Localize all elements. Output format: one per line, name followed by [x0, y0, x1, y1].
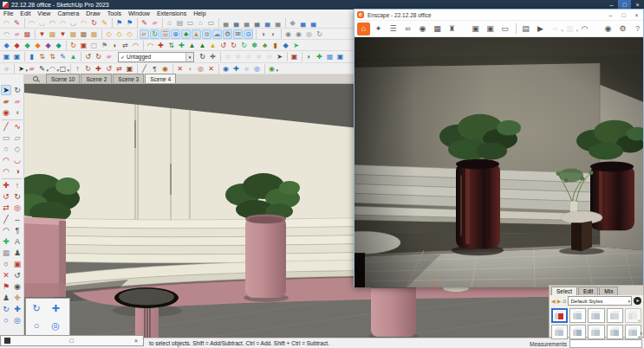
select-icon[interactable]: ➤▾	[16, 64, 26, 74]
teapot-2-icon[interactable]: ◉	[294, 29, 303, 39]
disabled-2-icon[interactable]: ⊗	[233, 52, 243, 61]
forward-arrow-icon[interactable]: ▶	[557, 298, 562, 304]
pink-brush-icon[interactable]: ▰	[12, 29, 22, 39]
styles-tab-mix[interactable]: Mix	[599, 287, 618, 295]
curve-gray-icon[interactable]: ◠	[2, 29, 11, 39]
leaf-green-icon[interactable]: ◗	[304, 52, 314, 61]
bed-model-2-icon[interactable]: ▭	[206, 18, 216, 28]
sofa-3-icon[interactable]: ▄	[242, 18, 251, 28]
cross-out-icon[interactable]: ✕	[206, 64, 216, 74]
undo-icon[interactable]: ↺	[83, 52, 93, 61]
roof-tool-3-icon[interactable]: ◠	[48, 18, 57, 28]
freehand-tool-icon[interactable]: ∿	[12, 121, 23, 132]
arc-icon[interactable]: ◠▾	[48, 64, 57, 74]
cross-red-icon[interactable]: ✚	[156, 41, 166, 50]
zoom-window-tool-icon[interactable]: ▣	[12, 259, 23, 269]
two-point-arc-tool-icon[interactable]: ◡	[12, 155, 23, 165]
axes-star-icon[interactable]: ✚	[315, 52, 324, 61]
paint-bucket-tool-icon[interactable]: ◉	[1, 107, 11, 118]
tape-measure-tool-icon[interactable]: ╱	[1, 214, 11, 224]
eraser-pink-icon[interactable]: ▰	[150, 18, 159, 28]
enscape-mail-icon[interactable]: ✉	[233, 29, 243, 39]
mesh-green-icon[interactable]: ▲	[68, 52, 78, 61]
zoom-tool-blue-icon[interactable]: ○	[1, 315, 11, 325]
enscape-gear-icon[interactable]: ⚙	[616, 23, 629, 35]
green-circle-icon[interactable]: ◉▾	[267, 64, 276, 74]
enscape-minimize-button[interactable]: –	[604, 10, 617, 20]
blue-bar-icon[interactable]: ▮	[27, 52, 36, 61]
flower-tool-icon[interactable]: ✽	[250, 41, 259, 50]
pan-hand-icon[interactable]: ◖	[185, 64, 195, 74]
pie-tool-icon[interactable]: ◑	[12, 166, 23, 177]
enscape-start-icon[interactable]: ℮	[140, 29, 149, 39]
menu-extensions[interactable]: Extensions	[153, 10, 190, 17]
chair-blue-1-icon[interactable]: ▄	[298, 18, 308, 28]
enscape-hat-icon[interactable]: ◠	[578, 23, 591, 35]
palette-zoom-icon[interactable]: ○	[27, 317, 46, 334]
dimension-tool-icon[interactable]: ↔	[12, 214, 23, 224]
enscape-home-icon[interactable]: ⌂	[357, 23, 370, 35]
orbit-hand-icon[interactable]: ↻	[12, 85, 23, 95]
menu-tools[interactable]: Tools	[104, 10, 125, 17]
rotate-ccw-icon[interactable]: ↺	[218, 41, 228, 50]
close-toolbar-button[interactable]: ×	[129, 338, 143, 344]
crate-2-icon[interactable]: ▦	[68, 29, 78, 39]
enscape-render-view[interactable]	[355, 37, 643, 287]
push-pull-icon[interactable]: ↑	[73, 64, 82, 74]
diamond-blue-icon[interactable]: ◆	[2, 41, 11, 50]
roof-tool-6-icon[interactable]: ◠	[79, 18, 88, 28]
bucket2-icon[interactable]: ◉	[160, 64, 170, 74]
enscape-collaboration-icon[interactable]: ▥▾	[563, 23, 576, 35]
menu-edit[interactable]: Edit	[16, 10, 34, 17]
disabled-4-icon[interactable]: ⊗	[254, 52, 263, 61]
enscape-close-button[interactable]: ×	[630, 10, 643, 20]
enscape-location-icon[interactable]: ◉	[416, 23, 429, 35]
sofa-1-icon[interactable]: ▄	[221, 18, 231, 28]
circle-tool-icon[interactable]: ○	[1, 144, 11, 154]
style-thumbnail-1[interactable]	[551, 308, 568, 323]
bucket-brown-icon[interactable]: ▮	[270, 41, 280, 50]
style-thumbnail-5[interactable]: +	[625, 308, 641, 323]
scene-tab-scene-4[interactable]: Scene 4	[145, 74, 176, 83]
three-point-arc-tool-icon[interactable]: ◠	[1, 166, 11, 177]
enscape-adjustments-icon[interactable]: ☰	[387, 23, 400, 35]
orbit-blue-icon[interactable]: ◉	[221, 64, 231, 74]
axes-tool-icon[interactable]: ✚	[1, 236, 11, 247]
box3d-2-icon[interactable]: ◇	[114, 29, 124, 39]
sofa-6-icon[interactable]: ▄	[273, 18, 283, 28]
orbit-tool-blue-icon[interactable]: ↻	[1, 304, 11, 314]
enscape-city-icon[interactable]: ▦	[431, 23, 444, 35]
red-box-tool-icon[interactable]: ▣	[289, 52, 299, 61]
home-icon[interactable]: ⌂	[563, 298, 566, 304]
text-icon[interactable]: ¶	[150, 64, 159, 74]
stamp-tool-icon[interactable]: ◖	[12, 107, 23, 118]
zoom-blue-icon[interactable]: ○	[242, 64, 251, 74]
round-tool-2-icon[interactable]: ◐	[269, 29, 278, 39]
box3d-1-icon[interactable]: ◇	[104, 29, 114, 39]
text-tool-icon[interactable]: ¶	[12, 225, 23, 235]
offset-tool-icon[interactable]: ◎	[12, 203, 23, 213]
menu-window[interactable]: Window	[125, 10, 153, 17]
arc-tool-icon[interactable]: ◠	[1, 155, 11, 165]
pen-tool-icon[interactable]: ✎	[100, 18, 109, 28]
move-tool-icon[interactable]: ✚	[1, 180, 11, 190]
enscape-video-icon[interactable]: ▶	[534, 23, 547, 35]
swirl-tool-icon[interactable]: ↻	[68, 41, 78, 50]
tape-measure-icon[interactable]: ╱	[140, 64, 149, 74]
style-thumbnail-2[interactable]	[569, 308, 586, 323]
menu-help[interactable]: Help	[190, 10, 209, 17]
zoom-red-icon[interactable]: ◎	[196, 64, 205, 74]
tag-filter-dropdown[interactable]: ✓ Untagged ▾	[118, 52, 194, 62]
home-model-icon[interactable]: ⌂	[165, 18, 174, 28]
palette-orbit-icon[interactable]: ↻	[27, 300, 46, 317]
export-pencil-icon[interactable]: ✎	[12, 18, 22, 28]
walk-tool-icon[interactable]: ♟	[12, 248, 23, 258]
hook-tool-icon[interactable]: ↻	[89, 18, 99, 28]
push-pull-tool-icon[interactable]: ↑	[12, 180, 23, 190]
rotate-icon[interactable]: ↺	[104, 64, 114, 74]
enscape-material-icon[interactable]: ▲	[192, 29, 201, 39]
chair-blue-2-icon[interactable]: ▄	[309, 18, 318, 28]
bed-model-icon[interactable]: ▭	[185, 18, 195, 28]
enscape-sync-icon[interactable]: ↻	[150, 29, 159, 39]
pan-tool-icon[interactable]: ✚	[12, 293, 23, 303]
